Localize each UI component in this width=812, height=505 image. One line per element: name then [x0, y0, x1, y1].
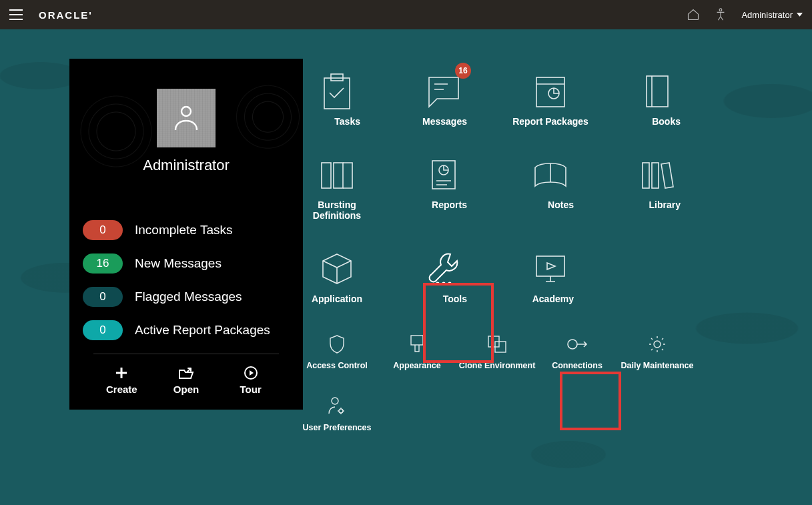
tile-label: Notes: [548, 199, 574, 210]
action-label: Open: [154, 384, 219, 395]
avatar: [157, 89, 216, 147]
svg-point-21: [568, 340, 577, 349]
svg-point-23: [332, 398, 338, 404]
profile-name: Administrator: [143, 157, 230, 174]
profile-card: Administrator 0 Incomplete Tasks 16 New …: [69, 59, 303, 410]
stat-label: Flagged Messages: [135, 290, 242, 304]
open-action[interactable]: Open: [154, 366, 219, 395]
tile-label: Messages: [422, 116, 467, 127]
user-dropdown[interactable]: Administrator: [741, 10, 803, 20]
user-gear-icon: [328, 396, 346, 416]
svg-rect-17: [536, 256, 564, 276]
stat-active-report-packages[interactable]: 0 Active Report Packages: [83, 320, 290, 340]
stats-list: 0 Incomplete Tasks 16 New Messages 0 Fla…: [69, 204, 303, 410]
tile-label: Academy: [532, 294, 574, 304]
message-icon: [426, 75, 461, 108]
tour-action[interactable]: Tour: [218, 366, 283, 395]
tile-tasks[interactable]: Tasks: [314, 71, 360, 127]
stat-count: 0: [83, 320, 123, 340]
plus-icon: [115, 366, 128, 380]
tile-label: Access Control: [306, 361, 368, 370]
tile-label: Tasks: [334, 116, 360, 127]
accessibility-icon[interactable]: [715, 8, 727, 21]
reports-icon: [430, 158, 458, 191]
tile-bursting[interactable]: Bursting Definitions: [314, 154, 360, 221]
stat-count: 16: [83, 254, 123, 274]
svg-rect-8: [322, 163, 331, 188]
chevron-down-icon: [797, 13, 803, 17]
action-label: Tour: [218, 384, 283, 395]
tile-reports[interactable]: Reports: [420, 154, 467, 221]
notes-icon: [532, 159, 568, 190]
svg-point-0: [720, 9, 723, 11]
clipboard-icon: [322, 73, 352, 110]
tile-label: User Preferences: [303, 423, 372, 432]
cube-icon: [320, 251, 354, 286]
stat-label: New Messages: [135, 256, 222, 271]
stat-new-messages[interactable]: 16 New Messages: [83, 254, 290, 274]
tile-label: Daily Maintenance: [621, 361, 693, 370]
play-icon: [244, 366, 258, 380]
open-icon: [178, 366, 194, 380]
annotation-highlight-connections: [560, 372, 621, 430]
hamburger-menu-icon[interactable]: [9, 9, 23, 20]
svg-rect-18: [411, 336, 423, 345]
tile-application[interactable]: Application: [314, 248, 360, 305]
svg-point-22: [654, 341, 661, 348]
bursting-icon: [319, 159, 355, 191]
app-header: ORACLE' Administrator: [0, 0, 812, 29]
svg-rect-9: [334, 163, 343, 188]
home-icon[interactable]: [687, 8, 700, 21]
action-label: Create: [89, 384, 154, 395]
stat-incomplete-tasks[interactable]: 0 Incomplete Tasks: [83, 220, 290, 240]
svg-rect-7: [647, 76, 668, 107]
tile-label: Library: [649, 199, 681, 210]
shield-icon: [328, 334, 346, 354]
svg-rect-4: [331, 74, 343, 81]
stat-count: 0: [83, 220, 123, 240]
stat-count: 0: [83, 287, 123, 307]
tile-label: Application: [312, 294, 362, 304]
tiles-grid: Tasks 16 Messages Report Packages Books …: [314, 71, 781, 456]
tile-daily-maintenance[interactable]: Daily Maintenance: [634, 332, 681, 371]
tile-notes[interactable]: Notes: [527, 154, 574, 221]
tile-connections[interactable]: Connections: [554, 332, 600, 371]
tile-library[interactable]: Library: [634, 154, 681, 221]
library-icon: [640, 159, 675, 191]
report-package-icon: [534, 73, 567, 109]
action-bar: Create Open Tour: [83, 354, 290, 410]
svg-point-24: [339, 409, 343, 413]
tile-label: Books: [652, 116, 681, 127]
messages-badge: 16: [455, 63, 471, 79]
annotation-highlight-tools: [423, 283, 494, 363]
connection-icon: [566, 337, 588, 352]
tile-user-preferences[interactable]: User Preferences: [314, 394, 360, 433]
wrench-icon: [426, 250, 461, 288]
tile-access-control[interactable]: Access Control: [314, 332, 360, 371]
tile-books[interactable]: Books: [634, 71, 681, 127]
user-name: Administrator: [741, 10, 793, 20]
brand-logo: ORACLE': [39, 9, 93, 21]
tile-messages[interactable]: 16 Messages: [420, 71, 467, 127]
svg-rect-5: [536, 77, 564, 107]
tile-academy[interactable]: Academy: [527, 248, 574, 305]
tile-label: Connections: [552, 361, 602, 370]
svg-point-1: [181, 107, 191, 116]
academy-icon: [532, 252, 568, 286]
tile-label: Report Packages: [512, 116, 588, 127]
avatar-area: Administrator: [69, 59, 303, 204]
tile-report-packages[interactable]: Report Packages: [527, 71, 574, 127]
tile-label: Bursting Definitions: [307, 199, 367, 221]
tile-label: Reports: [432, 199, 467, 210]
svg-rect-3: [324, 78, 350, 109]
svg-rect-13: [652, 163, 659, 188]
stat-flagged-messages[interactable]: 0 Flagged Messages: [83, 287, 290, 307]
book-icon: [643, 73, 672, 109]
svg-rect-12: [643, 163, 649, 188]
gear-icon: [648, 335, 667, 354]
stat-label: Active Report Packages: [135, 323, 270, 338]
stat-label: Incomplete Tasks: [135, 223, 232, 237]
create-action[interactable]: Create: [89, 366, 154, 395]
